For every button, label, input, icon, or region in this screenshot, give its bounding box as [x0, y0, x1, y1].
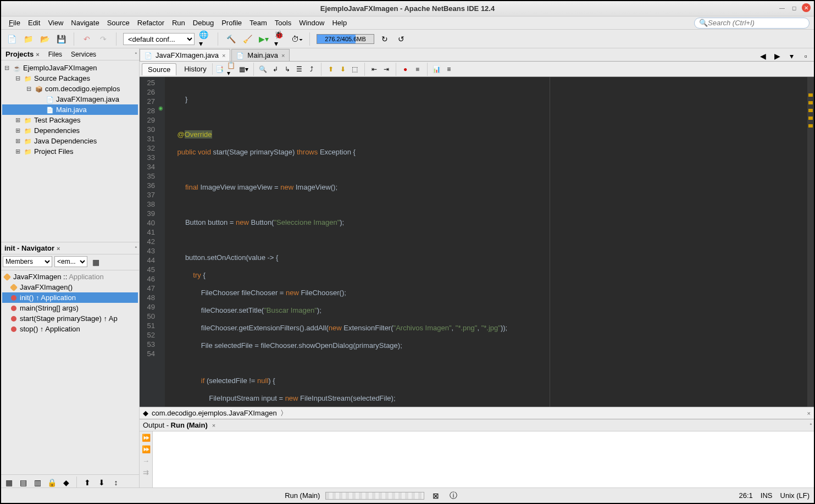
- editor-tab-javafximagen[interactable]: JavaFXImagen.java×: [140, 49, 230, 61]
- close-icon[interactable]: ×: [36, 51, 39, 58]
- editor-tb-icon[interactable]: 📊: [432, 64, 442, 74]
- editor-tb-icon[interactable]: ⇥: [381, 64, 391, 74]
- memory-gauge[interactable]: 276.2/405.6MB: [317, 34, 374, 44]
- profile-icon[interactable]: ⏱▾: [291, 33, 303, 45]
- pull-icon[interactable]: ↻: [379, 33, 391, 45]
- nav-tb-icon[interactable]: ▥: [31, 477, 43, 489]
- menu-view[interactable]: View: [45, 18, 66, 28]
- editor-tab-main[interactable]: Main.java×: [231, 49, 290, 61]
- nav-main[interactable]: main(String[] args): [2, 303, 138, 313]
- tab-files[interactable]: Files: [44, 48, 66, 60]
- notifications-icon[interactable]: ⓘ: [447, 490, 459, 502]
- world-icon[interactable]: 🌐▾: [199, 33, 211, 45]
- nav-tb-icon[interactable]: ▤: [17, 477, 29, 489]
- record-macro-icon[interactable]: ●: [401, 64, 411, 74]
- tree-package[interactable]: ⊟com.decodigo.ejemplos: [2, 84, 138, 94]
- editor-tb-icon[interactable]: ↳: [282, 64, 292, 74]
- tree-file-main[interactable]: Main.java: [2, 104, 138, 115]
- stop-task-icon[interactable]: ⊠: [430, 490, 442, 502]
- menu-help[interactable]: Help: [329, 18, 350, 28]
- line-ending[interactable]: Unix (LF): [780, 491, 810, 500]
- close-icon[interactable]: ×: [57, 245, 60, 252]
- nav-tb-icon[interactable]: 🔒: [46, 477, 58, 489]
- overview-ruler[interactable]: [807, 77, 814, 407]
- code-editor[interactable]: 2526272829303132333435363738394041424344…: [140, 77, 814, 407]
- prev-tab-icon[interactable]: ◀: [757, 50, 769, 62]
- tree-source-packages[interactable]: ⊟Source Packages: [2, 73, 138, 84]
- new-project-icon[interactable]: 📁: [22, 33, 34, 45]
- maximize-editor-icon[interactable]: ▫: [800, 50, 812, 62]
- debug-icon[interactable]: 🐞▾: [274, 33, 286, 45]
- nav-stop[interactable]: stop() ↑ Application: [2, 324, 138, 334]
- menu-file[interactable]: File: [5, 18, 24, 28]
- tree-test-packages[interactable]: ⊞Test Packages: [2, 115, 138, 125]
- stop-icon[interactable]: →: [142, 457, 149, 465]
- tab-list-icon[interactable]: ▾: [785, 50, 797, 62]
- close-icon[interactable]: ×: [212, 422, 215, 429]
- editor-tb-icon[interactable]: ⬚: [350, 64, 360, 74]
- editor-tb-icon[interactable]: ⬆: [326, 64, 336, 74]
- minimize-panel-icon[interactable]: ▫: [135, 244, 137, 250]
- editor-tb-icon[interactable]: 📋▾: [227, 64, 237, 74]
- undo-icon[interactable]: ↶: [81, 33, 93, 45]
- nav-tb-icon[interactable]: ⬇: [96, 477, 108, 489]
- editor-tb-icon[interactable]: ≡: [444, 64, 454, 74]
- menu-team[interactable]: Team: [246, 18, 270, 28]
- next-tab-icon[interactable]: ▶: [771, 50, 783, 62]
- editor-tb-icon[interactable]: ⬇: [338, 64, 348, 74]
- progress-bar[interactable]: [325, 492, 424, 500]
- menu-navigate[interactable]: Navigate: [68, 18, 102, 28]
- stop-macro-icon[interactable]: ■: [413, 64, 423, 74]
- navigator-filter-select[interactable]: <em...: [54, 256, 87, 267]
- tree-dependencies[interactable]: ⊞Dependencies: [2, 125, 138, 136]
- run-icon[interactable]: ▶▾: [258, 33, 270, 45]
- minimize-panel-icon[interactable]: ▫: [810, 421, 812, 427]
- search-input[interactable]: [708, 19, 805, 27]
- close-icon[interactable]: ×: [807, 410, 811, 417]
- editor-tb-icon[interactable]: 📑: [215, 64, 225, 74]
- menu-profile[interactable]: Profile: [218, 18, 245, 28]
- editor-tb-icon[interactable]: ☰: [295, 64, 304, 74]
- tree-root[interactable]: ⊟EjemploJavaFXImagen: [2, 63, 138, 73]
- rerun-icon[interactable]: ⏩: [142, 434, 151, 442]
- nav-tb-icon[interactable]: ↕: [110, 477, 122, 489]
- close-icon[interactable]: ×: [281, 52, 285, 59]
- tree-project-files[interactable]: ⊞Project Files: [2, 146, 138, 157]
- new-file-icon[interactable]: 📄: [5, 33, 18, 45]
- menu-window[interactable]: Window: [296, 18, 328, 28]
- push-icon[interactable]: ↺: [395, 33, 407, 45]
- minimize-button[interactable]: —: [778, 3, 786, 12]
- close-button[interactable]: ✕: [802, 3, 811, 12]
- breadcrumb-class[interactable]: com.decodigo.ejemplos.JavaFXImagen: [152, 409, 277, 417]
- close-icon[interactable]: ×: [222, 52, 225, 59]
- output-text[interactable]: [153, 431, 814, 488]
- save-all-icon[interactable]: 💾: [55, 33, 67, 45]
- build-icon[interactable]: 🔨: [225, 33, 237, 45]
- rerun-failed-icon[interactable]: ⏩: [142, 445, 151, 453]
- editor-tb-icon[interactable]: ▦▾: [239, 64, 249, 74]
- editor-tb-icon[interactable]: 🔍: [258, 64, 268, 74]
- menu-debug[interactable]: Debug: [190, 18, 217, 28]
- navigator-view-select[interactable]: Members: [3, 256, 52, 267]
- editor-tb-icon[interactable]: ⇤: [369, 64, 379, 74]
- menu-tools[interactable]: Tools: [271, 18, 295, 28]
- output-settings-icon[interactable]: ⇉: [143, 468, 149, 477]
- nav-constructor[interactable]: JavaFXImagen(): [2, 282, 138, 292]
- clean-build-icon[interactable]: 🧹: [241, 33, 253, 45]
- maximize-button[interactable]: ◻: [790, 3, 799, 12]
- nav-tb-icon[interactable]: ▦: [3, 477, 15, 489]
- menu-source[interactable]: Source: [104, 18, 133, 28]
- history-view-button[interactable]: History: [179, 63, 212, 75]
- code-area[interactable]: } @Override public void start(Stage prim…: [165, 77, 807, 407]
- nav-init[interactable]: init() ↑ Application: [2, 292, 138, 303]
- menu-edit[interactable]: Edit: [25, 18, 43, 28]
- editor-tb-icon[interactable]: ⤴: [307, 64, 317, 74]
- nav-class[interactable]: JavaFXImagen :: Application: [2, 272, 138, 282]
- tab-services[interactable]: Services: [66, 48, 101, 60]
- tab-projects[interactable]: Projects×: [1, 48, 44, 60]
- menu-run[interactable]: Run: [169, 18, 188, 28]
- run-config-select[interactable]: <default conf...: [123, 33, 195, 45]
- minimize-panel-icon[interactable]: ▫: [135, 50, 137, 56]
- nav-start[interactable]: start(Stage primaryStage) ↑ Ap: [2, 313, 138, 324]
- tree-java-dependencies[interactable]: ⊞Java Dependencies: [2, 136, 138, 146]
